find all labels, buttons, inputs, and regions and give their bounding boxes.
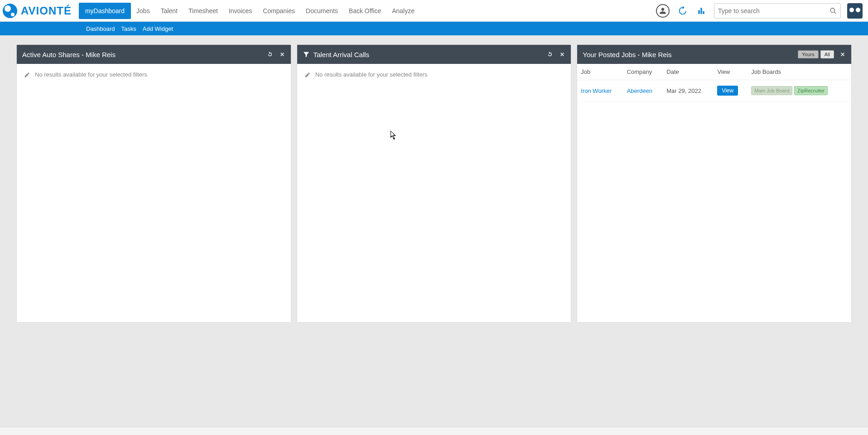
stats-icon[interactable] <box>695 5 708 17</box>
empty-text: No results available for your selected f… <box>315 71 428 78</box>
nav-jobs[interactable]: Jobs <box>131 0 155 22</box>
widget-header: Talent Arrival Calls <box>297 45 571 64</box>
chip-all[interactable]: All <box>820 50 834 58</box>
top-nav: AVIONTÉ myDashboardJobsTalentTimesheetIn… <box>0 0 868 22</box>
col-view: View <box>714 64 747 80</box>
search-icon[interactable] <box>829 7 837 14</box>
close-icon[interactable] <box>279 51 285 58</box>
col-job: Job <box>577 64 623 80</box>
empty-text: No results available for your selected f… <box>35 71 147 78</box>
dashboard-area: Active Auto Shares - Mike Reis No result… <box>0 35 868 332</box>
col-job-boards: Job Boards <box>747 64 851 80</box>
nav-companies[interactable]: Companies <box>257 0 300 22</box>
widget-header: Your Posted Jobs - Mike Reis Yours All <box>577 45 851 64</box>
pencil-icon <box>304 72 312 78</box>
nav-invoices[interactable]: Invoices <box>223 0 257 22</box>
job-board-tag[interactable]: Main Job Board <box>751 86 792 95</box>
refresh-icon[interactable] <box>546 51 554 58</box>
close-icon[interactable] <box>559 51 565 58</box>
widget-your-posted-jobs: Your Posted Jobs - Mike Reis Yours All J… <box>577 44 852 323</box>
widget-title: Active Auto Shares - Mike Reis <box>22 51 116 58</box>
subnav-add-widget[interactable]: Add Widget <box>143 25 173 32</box>
top-nav-right <box>656 3 866 19</box>
brand-text: AVIONTÉ <box>21 5 72 17</box>
widget-body: JobCompanyDateViewJob Boards Iron Worker… <box>577 64 851 102</box>
date-cell: Mar 29, 2022 <box>663 80 714 102</box>
nav-timesheet[interactable]: Timesheet <box>183 0 223 22</box>
widget-body: No results available for your selected f… <box>297 64 571 85</box>
filter-icon[interactable] <box>303 51 310 58</box>
nav-documents[interactable]: Documents <box>300 0 343 22</box>
widget-title: Your Posted Jobs - Mike Reis <box>583 51 671 58</box>
col-company: Company <box>623 64 663 80</box>
widget-header: Active Auto Shares - Mike Reis <box>17 45 291 64</box>
widget-body: No results available for your selected f… <box>17 64 291 85</box>
posted-jobs-table: JobCompanyDateViewJob Boards Iron Worker… <box>577 64 851 102</box>
history-icon[interactable] <box>676 5 689 17</box>
brand-logo[interactable]: AVIONTÉ <box>3 4 72 18</box>
main-nav-items: myDashboardJobsTalentTimesheetInvoicesCo… <box>79 0 420 21</box>
job-link[interactable]: Iron Worker <box>581 87 612 94</box>
widget-talent-arrival-calls: Talent Arrival Calls No results availabl… <box>297 44 572 323</box>
nav-mydashboard[interactable]: myDashboard <box>79 3 131 19</box>
nav-back-office[interactable]: Back Office <box>343 0 386 22</box>
search-input[interactable] <box>718 7 829 14</box>
bottom-scrollbar[interactable] <box>0 427 868 435</box>
widget-active-auto-shares: Active Auto Shares - Mike Reis No result… <box>16 44 291 323</box>
profile-icon[interactable] <box>656 4 670 18</box>
filter-chips: Yours All <box>798 50 834 58</box>
global-search[interactable] <box>714 3 841 19</box>
company-link[interactable]: Aberdeen <box>627 87 652 94</box>
subnav-tasks[interactable]: Tasks <box>121 25 136 32</box>
refresh-icon[interactable] <box>266 51 274 58</box>
job-board-tag[interactable]: ZipRecruiter <box>794 86 828 95</box>
table-row: Iron WorkerAberdeenMar 29, 2022ViewMain … <box>577 80 851 102</box>
sub-nav: DashboardTasksAdd Widget <box>0 22 868 35</box>
assistant-icon[interactable] <box>847 3 863 19</box>
nav-talent[interactable]: Talent <box>155 0 183 22</box>
chip-yours[interactable]: Yours <box>798 50 819 58</box>
close-icon[interactable] <box>839 51 846 58</box>
widget-title: Talent Arrival Calls <box>313 51 369 58</box>
subnav-dashboard[interactable]: Dashboard <box>86 25 115 32</box>
nav-analyze[interactable]: Analyze <box>386 0 420 22</box>
col-date: Date <box>663 64 714 80</box>
view-button[interactable]: View <box>717 86 738 96</box>
pencil-icon <box>23 72 31 78</box>
logo-icon <box>3 4 17 18</box>
